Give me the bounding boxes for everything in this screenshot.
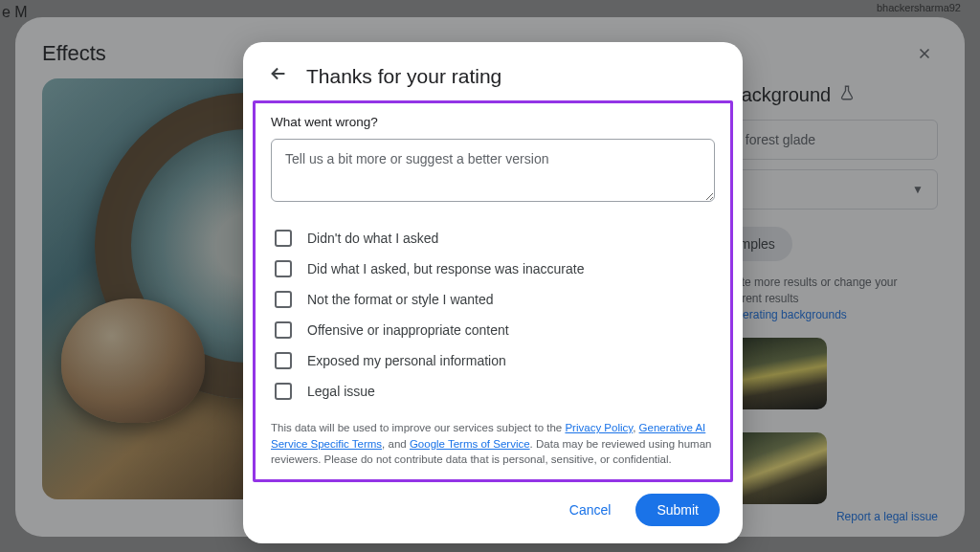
privacy-policy-link[interactable]: Privacy Policy	[565, 422, 633, 433]
cancel-button[interactable]: Cancel	[556, 495, 625, 525]
checkbox[interactable]	[275, 321, 292, 339]
modal-highlighted-region: What went wrong? Didn't do what I asked …	[253, 100, 733, 482]
feedback-option-row[interactable]: Did what I asked, but response was inacc…	[271, 254, 715, 284]
checkbox[interactable]	[275, 291, 292, 308]
submit-button[interactable]: Submit	[635, 494, 720, 526]
checkbox-label: Did what I asked, but response was inacc…	[307, 261, 585, 276]
disclaimer-text: This data will be used to improve our se…	[271, 420, 715, 468]
checkbox[interactable]	[275, 352, 292, 369]
feedback-option-row[interactable]: Offensive or inappropriate content	[271, 315, 715, 345]
feedback-options: Didn't do what I asked Did what I asked,…	[271, 223, 715, 407]
checkbox-label: Exposed my personal information	[307, 353, 506, 368]
checkbox[interactable]	[275, 383, 292, 400]
back-arrow-icon[interactable]	[268, 63, 291, 89]
checkbox[interactable]	[275, 230, 292, 247]
page-background: e M bhackersharma92 Effects Generate a b…	[0, 0, 980, 552]
feedback-question: What went wrong?	[271, 115, 715, 129]
modal-actions: Cancel Submit	[243, 482, 743, 526]
feedback-option-row[interactable]: Exposed my personal information	[271, 345, 715, 376]
disclaimer-and: , and	[382, 438, 410, 450]
feedback-textarea[interactable]	[271, 139, 715, 202]
feedback-modal: Thanks for your rating What went wrong? …	[243, 42, 743, 543]
checkbox[interactable]	[275, 260, 292, 277]
checkbox-label: Offensive or inappropriate content	[307, 322, 509, 338]
disclaimer-pre: This data will be used to improve our se…	[271, 422, 565, 433]
checkbox-label: Legal issue	[307, 384, 375, 399]
modal-header: Thanks for your rating	[243, 63, 743, 97]
checkbox-label: Not the format or style I wanted	[307, 292, 494, 307]
checkbox-label: Didn't do what I asked	[307, 231, 438, 246]
modal-title: Thanks for your rating	[306, 65, 501, 88]
feedback-option-row[interactable]: Didn't do what I asked	[271, 223, 715, 254]
feedback-option-row[interactable]: Not the format or style I wanted	[271, 284, 715, 315]
google-tos-link[interactable]: Google Terms of Service	[410, 438, 530, 450]
feedback-option-row[interactable]: Legal issue	[271, 376, 715, 407]
